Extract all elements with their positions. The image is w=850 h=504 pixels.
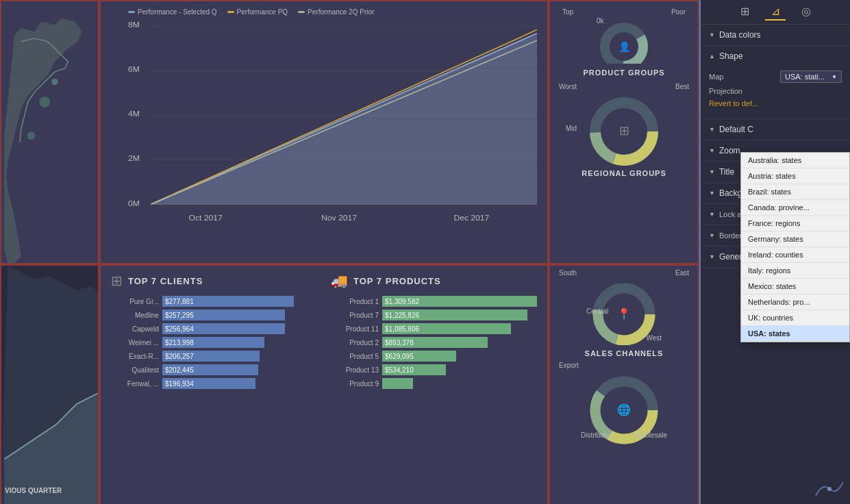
dropdown-item-8[interactable]: Mexico: states bbox=[741, 279, 849, 294]
client-value-5: $202,445 bbox=[165, 366, 194, 374]
client-row-3: Weimei ... $213,998 bbox=[111, 337, 317, 348]
product-row-3: Product 2 $893,378 bbox=[331, 337, 537, 348]
svg-text:Oct 2017: Oct 2017 bbox=[188, 214, 222, 223]
svg-text:2M: 2M bbox=[128, 154, 140, 163]
dropdown-item-0[interactable]: Australia: states bbox=[741, 153, 849, 168]
default-c-header[interactable]: ▼ Default C bbox=[701, 119, 850, 140]
legend-item-3: Performance 2Q Prior bbox=[298, 8, 374, 16]
chart-legend: Performance - Selected Q Performance PQ … bbox=[128, 8, 537, 16]
toolbar-fields-icon[interactable]: ⊞ bbox=[734, 3, 755, 21]
client-row-0: Pure Gr... $277,881 bbox=[111, 296, 317, 307]
dropdown-item-5[interactable]: Germany: states bbox=[741, 231, 849, 247]
client-bar-fill-1: $257,295 bbox=[162, 310, 285, 320]
product-bar-fill-4: $629,095 bbox=[382, 351, 456, 362]
revert-field-row: Revert to def... bbox=[709, 99, 842, 108]
client-bar-4: $206,257 bbox=[162, 351, 317, 362]
regional-label-east: East bbox=[675, 269, 689, 277]
svg-text:6M: 6M bbox=[128, 65, 140, 74]
map-dropdown-arrow: ▼ bbox=[832, 74, 837, 80]
sales-channels-title: SALES CHANNELS bbox=[585, 349, 664, 357]
client-bar-5: $202,445 bbox=[162, 364, 317, 375]
product-label-3: Product 2 bbox=[331, 339, 379, 346]
dropdown-item-6[interactable]: Ireland: counties bbox=[741, 247, 849, 263]
svg-text:0M: 0M bbox=[128, 199, 140, 207]
client-value-6: $196,934 bbox=[165, 380, 194, 388]
default-c-section: ▼ Default C bbox=[701, 119, 850, 140]
donuts-bottom-panel: South East Central 📍 West SALES CHANNELS bbox=[549, 264, 699, 504]
sales-label-export: Export bbox=[559, 362, 579, 369]
product-groups-title: PRODUCT GROUPS bbox=[583, 68, 664, 77]
client-row-1: Medline $257,295 bbox=[111, 310, 317, 320]
svg-text:Nov 2017: Nov 2017 bbox=[321, 214, 357, 223]
legend-dot-3 bbox=[298, 11, 305, 13]
product-bar-1: $1,225,826 bbox=[382, 310, 537, 320]
sales-donut-wrap: 🌐 Distributor Wholesale bbox=[579, 369, 668, 444]
map-panel bbox=[0, 0, 99, 264]
client-row-5: Qualitest $202,445 bbox=[111, 364, 317, 375]
zoom-chevron: ▼ bbox=[709, 147, 715, 154]
pg-donut-wrap: Mid ⊞ bbox=[555, 90, 692, 166]
products-bars: Product 1 $1,309,582 Product 7 bbox=[331, 296, 537, 389]
top-tables: ⊞ TOP 7 CLIENTS Pure Gr... $277,881 bbox=[111, 273, 537, 392]
dropdown-item-7[interactable]: Italy: regions bbox=[741, 263, 849, 279]
shape-header[interactable]: ▲ Shape bbox=[701, 46, 850, 66]
svg-text:Dec 2017: Dec 2017 bbox=[453, 214, 489, 223]
client-row-4: Exact-R... $206,257 bbox=[111, 351, 317, 362]
product-label-0: Product 1 bbox=[331, 298, 379, 305]
product-label-4: Product 5 bbox=[331, 353, 379, 360]
product-bar-5: $534,210 bbox=[382, 364, 537, 375]
dropdown-item-4[interactable]: France: regions bbox=[741, 216, 849, 231]
dropdown-item-3[interactable]: Canada: provine... bbox=[741, 200, 849, 216]
toolbar-analytics-icon[interactable]: ◎ bbox=[796, 3, 816, 21]
top-donut-wrap: 0k 👤 bbox=[555, 16, 692, 64]
shape-content: Map USA: stati... ▼ Projection Revert to… bbox=[701, 66, 850, 118]
clients-table: ⊞ TOP 7 CLIENTS Pure Gr... $277,881 bbox=[111, 273, 317, 392]
product-bar-fill-1: $1,225,826 bbox=[382, 310, 527, 320]
clients-bars: Pure Gr... $277,881 Medline bbox=[111, 296, 317, 389]
client-label-5: Qualitest bbox=[111, 366, 159, 374]
top-row: Performance - Selected Q Performance PQ … bbox=[0, 0, 699, 264]
line-chart-panel: Performance - Selected Q Performance PQ … bbox=[99, 0, 549, 264]
pg-worst: Worst bbox=[559, 83, 577, 90]
products-title: TOP 7 PRODUCTS bbox=[353, 276, 441, 286]
client-value-0: $277,881 bbox=[165, 298, 194, 305]
dropdown-item-2[interactable]: Brazil: states bbox=[741, 184, 849, 200]
svg-text:📍: 📍 bbox=[617, 307, 631, 320]
regional-groups-title: REGIONAL GROUPS bbox=[582, 169, 666, 177]
dropdown-item-11[interactable]: USA: states bbox=[741, 326, 849, 342]
bottom-row: VIOUS QUARTER ⊞ TOP 7 CLIENTS Pure Gr... bbox=[0, 264, 699, 504]
regional-label-south: South bbox=[559, 269, 577, 277]
svg-text:🌐: 🌐 bbox=[617, 403, 631, 416]
regional-label-west: West bbox=[646, 334, 662, 342]
map-dropdown[interactable]: USA: stati... ▼ bbox=[780, 71, 842, 83]
client-value-2: $256,964 bbox=[165, 325, 194, 333]
product-bar-0: $1,309,582 bbox=[382, 296, 537, 307]
client-value-4: $206,257 bbox=[165, 353, 194, 360]
product-value-3: $893,378 bbox=[385, 339, 414, 346]
product-bar-3: $893,378 bbox=[382, 337, 537, 348]
pg-labels: Worst Best bbox=[555, 83, 692, 90]
dropdown-item-10[interactable]: UK: countries bbox=[741, 310, 849, 326]
dropdown-item-9[interactable]: Netherlands: pro... bbox=[741, 294, 849, 310]
product-value-4: $629,095 bbox=[385, 353, 414, 360]
shape-section: ▲ Shape Map USA: stati... ▼ Projection R… bbox=[701, 46, 850, 119]
data-colors-header[interactable]: ▼ Data colors bbox=[701, 25, 850, 45]
toolbar-format-icon[interactable]: ⊿ bbox=[765, 3, 786, 21]
client-row-2: Capweld $256,964 bbox=[111, 323, 317, 334]
client-label-3: Weimei ... bbox=[111, 339, 159, 346]
svg-text:8M: 8M bbox=[128, 21, 140, 29]
product-row-1: Product 7 $1,225,826 bbox=[331, 310, 537, 320]
sales-label-distributor: Distributor bbox=[581, 431, 612, 439]
dropdown-item-1[interactable]: Austria: states bbox=[741, 168, 849, 184]
revert-link[interactable]: Revert to def... bbox=[709, 99, 758, 108]
zoom-label: Zoom bbox=[719, 146, 740, 155]
right-panel: ⊞ ⊿ ◎ ▼ Data colors ▲ Shape Map USA: sta… bbox=[699, 0, 850, 504]
pg-best: Best bbox=[675, 83, 689, 90]
product-value-0: $1,309,582 bbox=[385, 298, 419, 305]
client-label-1: Medline bbox=[111, 312, 159, 319]
client-label-6: Fenwal, ... bbox=[111, 380, 159, 388]
product-bar-fill-3: $893,378 bbox=[382, 337, 488, 348]
map-dropdown-overlay: Australia: states Austria: states Brazil… bbox=[740, 152, 850, 342]
client-bar-3: $213,998 bbox=[162, 337, 317, 348]
product-row-4: Product 5 $629,095 bbox=[331, 351, 537, 362]
